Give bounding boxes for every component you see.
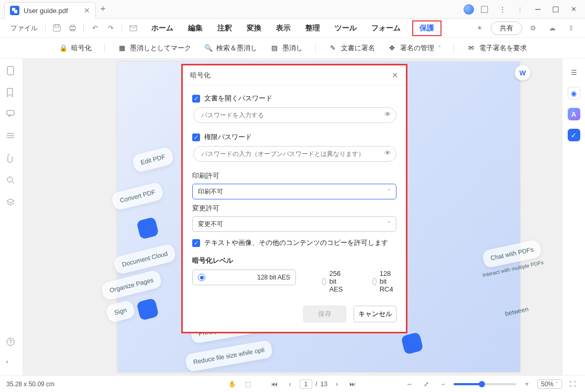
tab-view[interactable]: 表示	[273, 20, 294, 36]
separator	[315, 43, 316, 53]
lightbulb-icon[interactable]: ☀	[473, 21, 487, 35]
tab-close-icon[interactable]: ✕	[84, 6, 90, 15]
ribbon-sign-doc[interactable]: ✎文書に署名	[328, 43, 375, 53]
thumbnails-icon[interactable]	[6, 66, 17, 76]
ribbon-request-esign[interactable]: ✉電子署名を要求	[467, 43, 527, 53]
cloud-icon[interactable]: ☁	[545, 21, 559, 35]
tab-home[interactable]: ホーム	[148, 20, 176, 36]
fields-icon[interactable]	[6, 132, 17, 142]
tab-form[interactable]: フォーム	[368, 20, 404, 36]
permission-password-input[interactable]	[193, 146, 396, 162]
svg-rect-9	[7, 66, 14, 75]
fit-page-icon[interactable]: ⤢	[420, 378, 433, 390]
word-export-badge[interactable]: W	[515, 65, 531, 81]
bg-tile: Convert PDF	[111, 182, 164, 211]
separator	[104, 43, 105, 53]
zoom-in-icon[interactable]: +	[521, 378, 533, 390]
zoom-select[interactable]: 50%˅	[537, 379, 562, 389]
tab-annotate[interactable]: 注釈	[214, 20, 235, 36]
enc-128rc4-radio[interactable]: 128 bit RC4	[372, 270, 396, 293]
fit-width-icon[interactable]: ↔	[403, 378, 416, 390]
print-permission-select[interactable]: 印刷不可 ˅	[192, 184, 396, 199]
translate-icon[interactable]: A	[568, 108, 580, 120]
link-icon[interactable]: ⚙	[526, 21, 540, 35]
cancel-button[interactable]: キャンセル	[354, 306, 396, 322]
enc-256aes-radio[interactable]: 256 bit AES	[322, 270, 346, 293]
enc-128rc4-label: 128 bit RC4	[380, 270, 396, 293]
encrypt-dialog: 暗号化 ✕ 文書を開くパスワード 👁 権限パスワード 👁 印刷許可 印	[183, 65, 406, 332]
save-icon[interactable]	[50, 21, 63, 35]
tab-edit[interactable]: 編集	[185, 20, 206, 36]
sign-doc-icon: ✎	[328, 43, 338, 53]
share-button[interactable]: 共有	[491, 21, 522, 35]
upload-icon[interactable]: ⇪	[564, 21, 578, 35]
select-tool-icon[interactable]: ⬚	[242, 378, 255, 390]
maximize-icon[interactable]	[548, 2, 563, 17]
eye-icon[interactable]: 👁	[384, 110, 391, 118]
kebab-icon[interactable]: ⋮	[495, 2, 510, 17]
ribbon-mark-redact[interactable]: ▦墨消しとしてマーク	[117, 43, 191, 53]
separator	[454, 43, 454, 53]
chevron-down-icon: ˅	[556, 382, 558, 387]
fullscreen-icon[interactable]: ⛶	[566, 378, 579, 390]
zoom-out-icon[interactable]: −	[437, 378, 449, 390]
tab-tools[interactable]: ツール	[332, 20, 360, 36]
change-permission-select[interactable]: 変更不可 ˅	[192, 216, 396, 232]
dialog-close-icon[interactable]: ✕	[392, 71, 399, 80]
document-tab[interactable]: User guide.pdf ✕	[4, 2, 96, 19]
tab-convert[interactable]: 変換	[244, 20, 264, 36]
mail-icon[interactable]	[126, 21, 140, 35]
tab-protect[interactable]: 保護	[412, 20, 441, 36]
open-password-checkbox[interactable]	[192, 95, 200, 103]
first-page-icon[interactable]: ⏮	[268, 378, 281, 390]
redo-icon[interactable]: ↷	[104, 21, 117, 35]
help-icon[interactable]: ?	[6, 338, 17, 348]
tab-organize[interactable]: 整理	[302, 20, 323, 36]
last-page-icon[interactable]: ⏭	[346, 378, 359, 390]
layers-icon[interactable]	[6, 198, 17, 208]
esign-icon: ✉	[467, 43, 476, 53]
zoom-slider[interactable]	[454, 383, 516, 385]
next-page-icon[interactable]: ›	[330, 378, 343, 390]
print-icon[interactable]	[65, 21, 79, 35]
check-badge-icon[interactable]: ✓	[568, 129, 580, 141]
chevron-down-icon: ˅	[388, 221, 391, 228]
sliders-icon[interactable]: ☰	[568, 66, 580, 79]
comments-icon[interactable]	[6, 110, 17, 120]
open-password-input[interactable]	[193, 107, 396, 123]
separator	[83, 24, 84, 32]
undo-icon[interactable]: ↶	[88, 21, 102, 35]
ribbon-encrypt[interactable]: 🔒暗号化	[59, 43, 92, 53]
svg-rect-3	[53, 25, 60, 31]
print-permission-label: 印刷許可	[192, 171, 396, 181]
bg-badge	[136, 217, 159, 240]
copy-permission-label: テキストや画像、その他のコンテンツのコピーを許可します	[204, 238, 388, 248]
minimize-icon[interactable]	[531, 2, 545, 17]
bookmarks-icon[interactable]	[6, 88, 17, 98]
print-permission-value: 印刷不可	[198, 187, 223, 196]
eye-icon[interactable]: 👁	[384, 149, 391, 157]
prev-page-icon[interactable]: ‹	[284, 378, 296, 390]
hand-tool-icon[interactable]: ✋	[226, 378, 239, 390]
bg-tile: Document Cloud	[113, 243, 177, 275]
bg-tile: Reduce file size while opti	[184, 340, 273, 372]
window-icon[interactable]	[477, 2, 492, 17]
attachments-icon[interactable]	[6, 154, 17, 164]
ribbon-manage-sign[interactable]: ✥署名の管理˅	[388, 43, 441, 53]
ribbon-redact[interactable]: ▨墨消し	[270, 43, 303, 53]
file-menu[interactable]: ファイル	[6, 21, 42, 35]
close-window-icon[interactable]: ✕	[566, 2, 581, 17]
new-tab-button[interactable]: +	[96, 4, 111, 15]
chevron-left-icon[interactable]: ‹	[6, 357, 17, 368]
copy-permission-checkbox[interactable]	[192, 239, 200, 247]
lock-icon: 🔒	[59, 43, 68, 53]
page-number-input[interactable]: 1	[300, 379, 313, 389]
ribbon-search-redact[interactable]: 🔍検索＆墨消し	[204, 43, 257, 53]
ai-chat-icon[interactable]: ◉	[568, 87, 580, 99]
svg-point-14	[7, 177, 13, 182]
separator	[122, 24, 122, 32]
permission-password-checkbox[interactable]	[192, 133, 200, 141]
chevron-down-icon: ˅	[388, 188, 391, 195]
enc-128aes-radio[interactable]: 128 bit AES	[192, 270, 296, 285]
search-icon[interactable]	[6, 176, 17, 186]
